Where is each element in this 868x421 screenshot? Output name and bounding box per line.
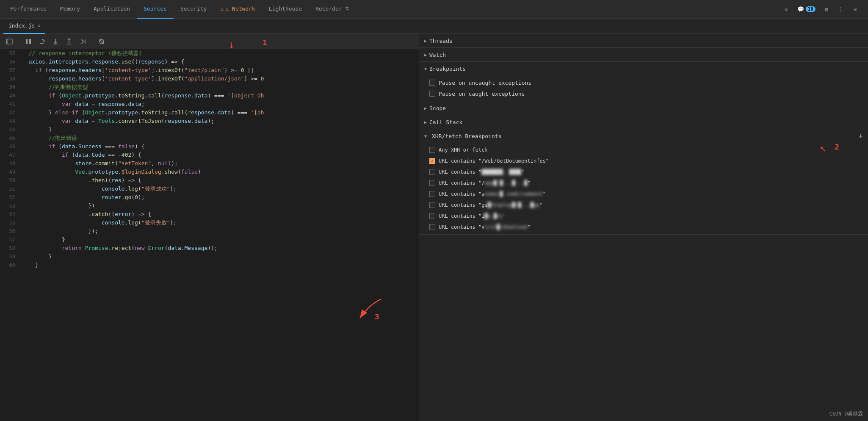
tab-performance[interactable]: Performance (3, 0, 53, 19)
xhr-header: ▼ XHR/fetch Breakpoints + (419, 129, 868, 143)
xhr-item-7-label: URL contains "vl/st█/download" (439, 224, 531, 230)
code-line-52: 52 router.go(0); (0, 193, 419, 202)
breakpoints-label: Breakpoints (429, 66, 466, 72)
main-area: ➘ 1 (0, 34, 868, 421)
code-line-42: 42 } else if (Object.prototype.toString.… (0, 108, 419, 117)
watermark: CSDN @吴秋霖 (829, 410, 863, 418)
file-tab-indexjs[interactable]: index.js × (3, 19, 45, 34)
xhr-item-1-checkbox[interactable] (429, 158, 435, 164)
panel-scope: ▶ Scope (419, 101, 868, 115)
panel-threads: ▶ Threads (419, 34, 868, 48)
top-tab-bar: Performance Memory Application Sources S… (0, 0, 868, 19)
continue-button[interactable] (77, 36, 88, 47)
scope-arrow: ▶ (424, 106, 427, 111)
breakpoints-header[interactable]: ▼ Breakpoints (419, 62, 868, 75)
more-tabs-button[interactable]: » (780, 3, 792, 15)
xhr-item-6[interactable]: URL contains "i█o_█ni" (419, 210, 868, 222)
step-out-button[interactable] (63, 36, 75, 47)
code-line-49: 49 Vue.prototype.$loginDialog.show(false… (0, 168, 419, 176)
code-line-54: 54 .catch((error) => { (0, 210, 419, 219)
tab-security[interactable]: Security (174, 0, 214, 19)
scope-header[interactable]: ▶ Scope (419, 101, 868, 115)
top-right-icons: » 💬 10 ⚙ ⋮ ✕ (780, 3, 865, 15)
xhr-item-4-label: URL contains "aveme/█ /web/comment" (439, 191, 546, 197)
settings-button[interactable]: ⚙ (821, 3, 832, 15)
pause-uncaught-item[interactable]: Pause on uncaught exceptions (419, 77, 868, 88)
more-options-button[interactable]: ⋮ (835, 3, 847, 15)
code-line-55: 55 console.log("登录失败"); (0, 219, 419, 227)
file-tab-name: index.js (8, 22, 35, 29)
code-line-53: 53 }) (0, 202, 419, 210)
file-tab-close[interactable]: × (38, 23, 41, 28)
code-line-46: 46 if (data.Success === false) { (0, 142, 419, 151)
scope-label: Scope (429, 105, 446, 111)
tab-lighthouse[interactable]: Lighthouse (262, 0, 309, 19)
xhr-item-2-label: URL contains "███████, ████" (439, 169, 524, 175)
pause-uncaught-label: Pause on uncaught exceptions (439, 80, 531, 86)
xhr-item-7[interactable]: URL contains "vl/st█/download" (419, 222, 868, 233)
xhr-item-3[interactable]: URL contains "/app█'█...█...█" (419, 177, 868, 188)
code-line-39: 39 //判断数据类型 (0, 83, 419, 91)
pause-caught-checkbox[interactable] (429, 91, 435, 97)
xhr-add-button[interactable]: + (858, 132, 863, 140)
call-stack-header[interactable]: ▶ Call Stack (419, 115, 868, 129)
code-line-50: 50 .then((res) => { (0, 176, 419, 185)
code-line-51: 51 console.log("登录成功"); (0, 185, 419, 193)
xhr-item-6-checkbox[interactable] (429, 213, 435, 219)
xhr-any-checkbox[interactable] (429, 147, 435, 153)
xhr-item-5-checkbox[interactable] (429, 202, 435, 208)
call-stack-label: Call Stack (429, 119, 462, 125)
pause-uncaught-checkbox[interactable] (429, 80, 435, 86)
warning-icon: ⚠ (221, 6, 224, 12)
show-sidebar-button[interactable] (3, 36, 15, 47)
xhr-item-any[interactable]: Any XHR or fetch (419, 144, 868, 155)
code-line-44: 44 } (0, 125, 419, 134)
code-line-38: 38 response.headers['content-type'].inde… (0, 75, 419, 83)
tab-memory[interactable]: Memory (53, 0, 87, 19)
pause-button[interactable] (22, 36, 34, 47)
panel-watch: ▶ Watch (419, 48, 868, 62)
tab-sources[interactable]: Sources (137, 0, 174, 19)
xhr-item-2[interactable]: URL contains "███████, ████" (419, 166, 868, 177)
code-scroll-area[interactable]: 35 // response interceptor (接收拦截器) 36 ax… (0, 49, 419, 421)
xhr-arrow: ▼ (424, 134, 427, 138)
deactivate-breakpoints-button[interactable] (96, 36, 108, 47)
toolbar-sep-1 (19, 37, 19, 46)
xhr-label: XHR/fetch Breakpoints (432, 133, 501, 139)
chat-button[interactable]: 💬 10 (795, 5, 818, 13)
xhr-any-label: Any XHR or fetch (439, 147, 488, 153)
xhr-item-7-checkbox[interactable] (429, 224, 435, 230)
xhr-item-5[interactable]: URL contains "ge█Display█t█...█ge" (419, 199, 868, 210)
step-into-button[interactable] (50, 36, 61, 47)
xhr-item-4[interactable]: URL contains "aveme/█ /web/comment" (419, 188, 868, 199)
watch-header[interactable]: ▶ Watch (419, 48, 868, 61)
svg-rect-3 (29, 39, 31, 44)
code-line-45: 45 //抛出错误 (0, 134, 419, 142)
breakpoints-arrow: ▼ (424, 66, 427, 71)
panel-breakpoints: ▼ Breakpoints Pause on uncaught exceptio… (419, 62, 868, 101)
tab-recorder[interactable]: Recorder ⌥ (309, 0, 355, 19)
xhr-item-3-label: URL contains "/app█'█...█...█" (439, 180, 531, 186)
step-over-button[interactable] (36, 36, 48, 47)
tab-application[interactable]: Application (87, 0, 137, 19)
xhr-expand[interactable]: ▼ XHR/fetch Breakpoints (424, 133, 501, 139)
breakpoints-content: Pause on uncaught exceptions Pause on ca… (419, 75, 868, 101)
xhr-item-6-label: URL contains "i█o_█ni" (439, 213, 506, 219)
close-button[interactable]: ✕ (849, 3, 861, 15)
code-editor: ➘ 1 (0, 34, 419, 421)
xhr-item-1[interactable]: URL contains "/Web/GetDocumentInfos" (419, 155, 868, 166)
xhr-item-3-checkbox[interactable] (429, 180, 435, 186)
tab-network[interactable]: ⚠ ⚠ Network (214, 0, 262, 19)
code-line-40: 40 if (Object.prototype.toString.call(re… (0, 91, 419, 100)
panel-call-stack: ▶ Call Stack (419, 115, 868, 129)
xhr-item-2-checkbox[interactable] (429, 169, 435, 175)
watch-arrow: ▶ (424, 53, 427, 57)
code-line-48: 48 store.commit("setToken", null); (0, 159, 419, 168)
xhr-item-1-label: URL contains "/Web/GetDocumentInfos" (439, 158, 549, 164)
threads-header[interactable]: ▶ Threads (419, 34, 868, 47)
pause-caught-item[interactable]: Pause on caught exceptions (419, 88, 868, 99)
chat-icon: 💬 (797, 6, 804, 12)
code-line-41: 41 var data = response.data; (0, 100, 419, 108)
xhr-item-4-checkbox[interactable] (429, 191, 435, 197)
code-line-36: 36 axios.interceptors.response.use((resp… (0, 58, 419, 66)
